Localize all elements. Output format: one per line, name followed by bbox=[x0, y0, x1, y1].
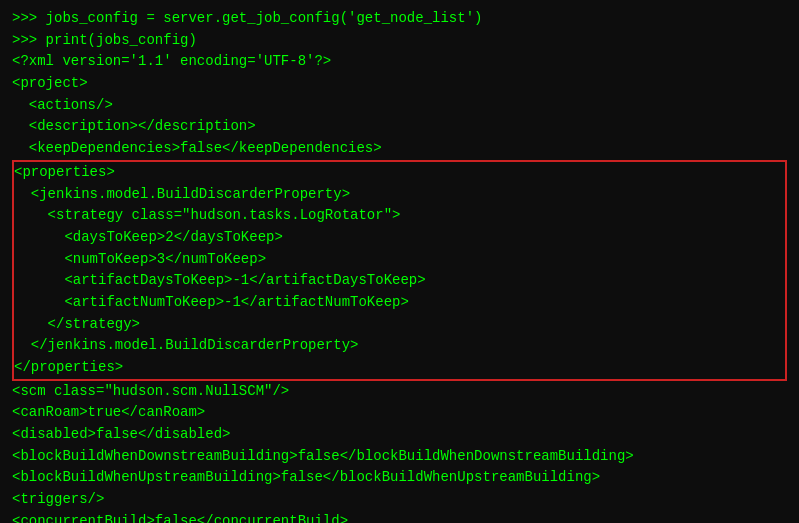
line-4: <project> bbox=[12, 73, 787, 95]
line-6: <description></description> bbox=[12, 116, 787, 138]
line-16: </jenkins.model.BuildDiscarderProperty> bbox=[14, 335, 785, 357]
line-23: <triggers/> bbox=[12, 489, 787, 511]
line-1: >>> jobs_config = server.get_job_config(… bbox=[12, 8, 787, 30]
line-14: <artifactNumToKeep>-1</artifactNumToKeep… bbox=[14, 292, 785, 314]
line-20: <disabled>false</disabled> bbox=[12, 424, 787, 446]
line-17: </properties> bbox=[14, 357, 785, 379]
properties-block: <properties> <jenkins.model.BuildDiscard… bbox=[12, 160, 787, 381]
line-5: <actions/> bbox=[12, 95, 787, 117]
line-21: <blockBuildWhenDownstreamBuilding>false<… bbox=[12, 446, 787, 468]
line-11: <daysToKeep>2</daysToKeep> bbox=[14, 227, 785, 249]
line-2: >>> print(jobs_config) bbox=[12, 30, 787, 52]
terminal: >>> jobs_config = server.get_job_config(… bbox=[0, 0, 799, 523]
line-9: <jenkins.model.BuildDiscarderProperty> bbox=[14, 184, 785, 206]
line-15: </strategy> bbox=[14, 314, 785, 336]
line-24: <concurrentBuild>false</concurrentBuild> bbox=[12, 511, 787, 523]
line-12: <numToKeep>3</numToKeep> bbox=[14, 249, 785, 271]
line-10: <strategy class="hudson.tasks.LogRotator… bbox=[14, 205, 785, 227]
line-19: <canRoam>true</canRoam> bbox=[12, 402, 787, 424]
line-7: <keepDependencies>false</keepDependencie… bbox=[12, 138, 787, 160]
line-22: <blockBuildWhenUpstreamBuilding>false</b… bbox=[12, 467, 787, 489]
line-13: <artifactDaysToKeep>-1</artifactDaysToKe… bbox=[14, 270, 785, 292]
line-3: <?xml version='1.1' encoding='UTF-8'?> bbox=[12, 51, 787, 73]
line-18: <scm class="hudson.scm.NullSCM"/> bbox=[12, 381, 787, 403]
line-8: <properties> bbox=[14, 162, 785, 184]
